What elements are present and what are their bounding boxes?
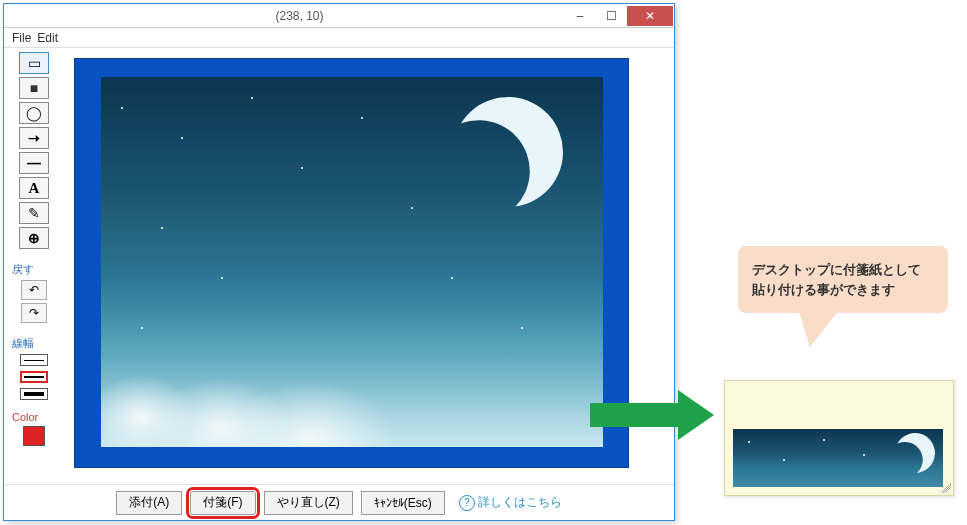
moon-icon bbox=[438, 82, 579, 223]
canvas-image bbox=[101, 77, 603, 447]
moon-small-icon bbox=[889, 429, 940, 479]
cancel-button[interactable]: ｷｬﾝｾﾙ(Esc) bbox=[361, 491, 445, 515]
cloud-shape bbox=[101, 337, 401, 447]
sticky-note-preview bbox=[724, 380, 954, 496]
titlebar: (238, 10) – ☐ ✕ bbox=[4, 4, 674, 28]
undo-section-label: 戻す bbox=[12, 262, 34, 277]
color-swatch[interactable] bbox=[23, 426, 45, 446]
callout-line1: デスクトップに付箋紙として bbox=[752, 260, 934, 280]
tool-highlight[interactable]: ✎ bbox=[19, 202, 49, 224]
window-title: (238, 10) bbox=[34, 9, 565, 23]
window-controls: – ☐ ✕ bbox=[565, 6, 674, 26]
tool-rectangle-filled[interactable]: ■ bbox=[19, 77, 49, 99]
canvas-area bbox=[64, 48, 674, 484]
linewidth-thick-preview bbox=[24, 392, 44, 396]
color-section-label: Color bbox=[12, 411, 38, 423]
minimize-button[interactable]: – bbox=[565, 6, 595, 26]
ellipse-icon: ◯ bbox=[26, 105, 42, 121]
resize-grip-icon[interactable] bbox=[941, 483, 951, 493]
rectangle-filled-icon: ■ bbox=[30, 80, 38, 96]
menu-edit[interactable]: Edit bbox=[37, 31, 58, 45]
menubar: File Edit bbox=[4, 28, 674, 48]
linewidth-section-label: 線幅 bbox=[12, 336, 34, 351]
sticky-button[interactable]: 付箋(F) bbox=[190, 491, 255, 515]
attach-button[interactable]: 添付(A) bbox=[116, 491, 182, 515]
flow-arrow-icon bbox=[590, 390, 720, 440]
pen-icon: ✎ bbox=[28, 205, 40, 221]
tool-text[interactable]: A bbox=[19, 177, 49, 199]
tool-rectangle-outline[interactable]: ▭ bbox=[19, 52, 49, 74]
help-link[interactable]: 詳しくはこちら bbox=[459, 494, 562, 511]
rectangle-outline-icon: ▭ bbox=[28, 55, 41, 71]
tool-zoom[interactable]: ⊕ bbox=[19, 227, 49, 249]
linewidth-thin-preview bbox=[24, 360, 44, 361]
linewidth-medium[interactable] bbox=[20, 371, 48, 383]
linewidth-thin[interactable] bbox=[20, 354, 48, 366]
tool-line[interactable]: ― bbox=[19, 152, 49, 174]
callout-line2: 貼り付ける事ができます bbox=[752, 280, 934, 300]
app-window: (238, 10) – ☐ ✕ File Edit ▭ ■ ◯ ➝ ― A ✎ … bbox=[3, 3, 675, 521]
close-button[interactable]: ✕ bbox=[627, 6, 673, 26]
undo-button[interactable]: ↶ bbox=[21, 280, 47, 300]
tool-sidebar: ▭ ■ ◯ ➝ ― A ✎ ⊕ 戻す ↶ ↷ 線幅 Color bbox=[4, 48, 64, 484]
magnify-icon: ⊕ bbox=[28, 230, 40, 246]
text-icon: A bbox=[29, 180, 40, 197]
tool-ellipse[interactable]: ◯ bbox=[19, 102, 49, 124]
arrow-icon: ➝ bbox=[28, 130, 40, 146]
maximize-button[interactable]: ☐ bbox=[596, 6, 626, 26]
redo-icon: ↷ bbox=[29, 306, 39, 320]
menu-file[interactable]: File bbox=[12, 31, 31, 45]
line-icon: ― bbox=[27, 155, 41, 171]
linewidth-thick[interactable] bbox=[20, 388, 48, 400]
redo-action-button[interactable]: やり直し(Z) bbox=[264, 491, 353, 515]
tool-arrow[interactable]: ➝ bbox=[19, 127, 49, 149]
undo-icon: ↶ bbox=[29, 283, 39, 297]
linewidth-medium-preview bbox=[24, 376, 44, 378]
sticky-thumbnail bbox=[733, 429, 943, 487]
redo-button[interactable]: ↷ bbox=[21, 303, 47, 323]
bottom-bar: 添付(A) 付箋(F) やり直し(Z) ｷｬﾝｾﾙ(Esc) 詳しくはこちら bbox=[4, 484, 674, 520]
content-area: ▭ ■ ◯ ➝ ― A ✎ ⊕ 戻す ↶ ↷ 線幅 Color bbox=[4, 48, 674, 484]
callout-bubble: デスクトップに付箋紙として 貼り付ける事ができます bbox=[738, 246, 948, 313]
canvas-frame[interactable] bbox=[74, 58, 629, 468]
